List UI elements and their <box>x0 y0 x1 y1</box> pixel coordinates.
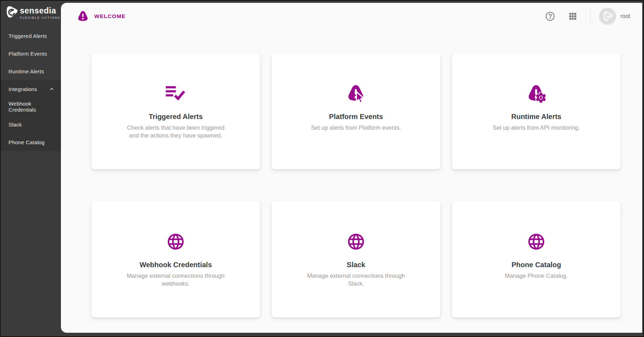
sidebar-item-triggered-alerts[interactable]: Triggered Alerts <box>1 27 61 45</box>
alert-gear-icon <box>526 83 547 104</box>
sidebar-item-label: Webhook Credentials <box>9 101 55 113</box>
sidebar-group-integrations: Integrations Webhook Credentials Slack P… <box>1 80 61 151</box>
card-title: Webhook Credentials <box>140 261 212 269</box>
sidebar-item-label: Runtime Alerts <box>9 68 44 74</box>
card-runtime-alerts[interactable]: Runtime Alerts Set up alerts from API mo… <box>452 53 621 169</box>
card-platform-events[interactable]: Platform Events Set up alerts from Platf… <box>272 53 440 169</box>
topbar: WELCOME <box>61 3 642 30</box>
card-webhook-credentials[interactable]: Webhook Credentials Manage external conn… <box>91 201 260 318</box>
card-title: Runtime Alerts <box>511 113 561 121</box>
help-button[interactable] <box>544 10 556 22</box>
sensedia-pick-swirl-icon <box>601 10 614 22</box>
cards-grid: Triggered Alerts Check alerts that have … <box>91 53 642 318</box>
sidebar-item-label: Triggered Alerts <box>9 33 47 39</box>
card-title: Slack <box>347 261 365 269</box>
globe-icon <box>527 232 546 251</box>
sidebar-item-label: Phone Catalog <box>9 139 45 145</box>
card-title: Platform Events <box>329 113 383 121</box>
sensedia-pick-swirl-icon <box>4 5 18 19</box>
card-phone-catalog[interactable]: Phone Catalog Manage Phone Catalog. <box>452 201 621 318</box>
card-description: Manage external connections through webh… <box>122 272 230 288</box>
alert-icon <box>77 10 89 23</box>
brand: sensedia FLEXIBLE ACTIONS <box>1 1 61 27</box>
app-window: sensedia FLEXIBLE ACTIONS Triggered Aler… <box>0 0 644 337</box>
sidebar-item-integrations[interactable]: Integrations <box>1 80 61 98</box>
help-icon <box>545 11 555 22</box>
checklist-check-icon <box>165 85 186 102</box>
card-title: Phone Catalog <box>512 261 561 269</box>
sidebar: sensedia FLEXIBLE ACTIONS Triggered Aler… <box>1 1 61 336</box>
user-avatar[interactable] <box>599 8 616 25</box>
sidebar-item-phone-catalog[interactable]: Phone Catalog <box>1 133 61 151</box>
card-description: Set up alerts from Platform events. <box>311 124 401 132</box>
card-description: Check alerts that have been triggered an… <box>122 124 230 140</box>
card-slack[interactable]: Slack Manage external connections throug… <box>272 201 440 318</box>
sidebar-item-runtime-alerts[interactable]: Runtime Alerts <box>1 62 61 80</box>
card-description: Manage external connections through Slac… <box>302 272 410 288</box>
topbar-divider <box>590 8 591 25</box>
alert-cursor-icon <box>345 83 367 104</box>
apps-grid-icon <box>568 12 577 21</box>
sidebar-item-label: Integrations <box>9 86 37 92</box>
card-description: Manage Phone Catalog. <box>505 272 568 280</box>
card-title: Triggered Alerts <box>149 113 203 121</box>
brand-name: sensedia <box>20 7 60 15</box>
globe-icon <box>346 232 366 251</box>
sidebar-item-platform-events[interactable]: Platform Events <box>1 45 61 62</box>
chevron-up-icon <box>49 86 55 92</box>
sidebar-item-slack[interactable]: Slack <box>1 116 61 133</box>
username: root <box>620 13 630 19</box>
card-description: Set up alerts from API monitoring. <box>493 124 580 132</box>
card-triggered-alerts[interactable]: Triggered Alerts Check alerts that have … <box>91 53 260 169</box>
sidebar-item-webhook-credentials[interactable]: Webhook Credentials <box>1 98 61 116</box>
sidebar-item-label: Slack <box>9 122 22 128</box>
apps-menu-button[interactable] <box>567 10 579 22</box>
sidebar-item-label: Platform Events <box>9 51 47 57</box>
globe-icon <box>166 232 185 251</box>
brand-tagline: FLEXIBLE ACTIONS <box>20 16 60 19</box>
content-panel: WELCOME <box>61 3 642 333</box>
page-title: WELCOME <box>94 13 126 19</box>
